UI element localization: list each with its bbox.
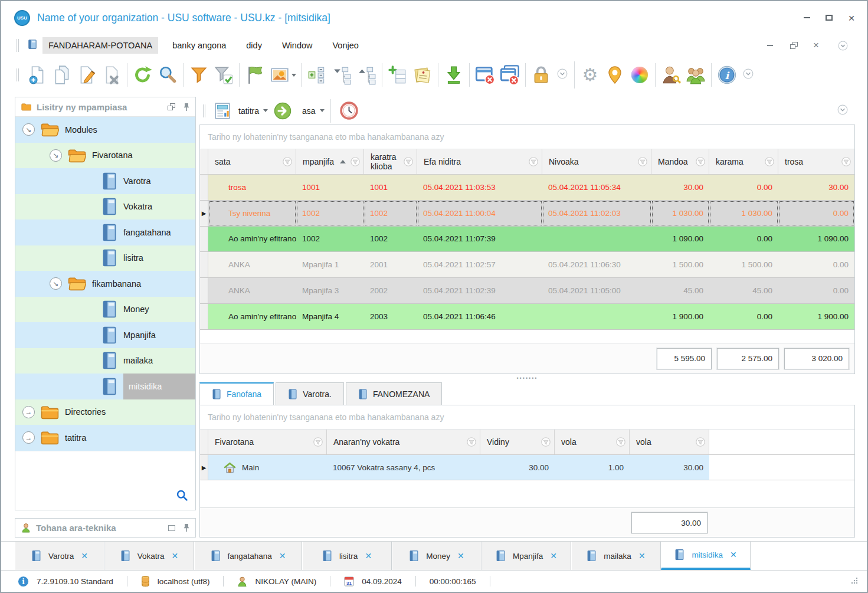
column-header-nivoaka[interactable]: Nivoaka [542, 149, 651, 174]
tab-fanomezana[interactable]: FANOMEZANA [346, 382, 442, 405]
toolbar-overflow-icon[interactable] [557, 68, 568, 81]
close-tab-icon[interactable]: ✕ [457, 551, 464, 561]
minimize-button[interactable] [802, 13, 811, 22]
column-header-vola-total[interactable]: vola [630, 430, 709, 454]
close-tab-icon[interactable]: ✕ [550, 551, 557, 561]
menu-database[interactable]: banky angona [166, 37, 232, 54]
tree-item-money[interactable]: Money [15, 297, 195, 323]
report-icon[interactable] [211, 97, 234, 125]
filter-funnel-icon[interactable] [541, 437, 551, 447]
column-header-vola[interactable]: vola [555, 430, 630, 454]
tree-item-mitsidika[interactable]: mitsidika [15, 374, 195, 399]
tree-item-directories[interactable]: → Directories [15, 399, 195, 425]
filter-funnel-icon[interactable] [765, 157, 774, 166]
mdi-close-button[interactable]: × [813, 40, 819, 51]
table-row-selected[interactable]: ▶ Tsy niverina 1002 1002 05.04.2021 11:0… [200, 201, 854, 227]
expand-node-icon[interactable]: → [22, 431, 35, 444]
tree-item-lisitra[interactable]: lisitra [15, 245, 195, 271]
column-header-trosa[interactable]: trosa [778, 149, 854, 174]
close-tab-icon[interactable]: ✕ [730, 550, 737, 559]
filter-funnel-icon[interactable] [696, 437, 705, 447]
doc-tab-fangatahana[interactable]: fangatahana✕ [194, 542, 302, 570]
close-window-icon[interactable] [473, 61, 497, 89]
collapse-node-icon[interactable]: ↘ [50, 149, 62, 162]
column-header-karatra-klioba[interactable]: karatra klioba [364, 149, 417, 174]
filter-funnel-icon[interactable] [467, 437, 476, 447]
menu-help[interactable]: Vonjeo [326, 37, 364, 54]
run-action-icon[interactable] [268, 97, 297, 125]
table-row[interactable]: trosa 1001 1001 05.04.2021 11:03:53 05.0… [200, 175, 854, 201]
timer-icon[interactable] [337, 97, 362, 125]
delete-record-icon[interactable] [99, 61, 124, 89]
filter-funnel-icon[interactable] [313, 437, 323, 447]
expand-groups-icon[interactable] [304, 61, 329, 89]
filter-funnel-icon[interactable] [616, 437, 625, 447]
collapse-tree-icon[interactable] [329, 61, 354, 89]
close-tab-icon[interactable]: ✕ [638, 551, 646, 561]
filter-apply-icon[interactable] [211, 61, 236, 89]
doc-tab-mitsidika[interactable]: mitsidika✕ [661, 542, 751, 570]
panel-pin-icon[interactable] [184, 523, 189, 532]
colors-icon[interactable] [627, 61, 652, 89]
search-icon[interactable] [155, 61, 180, 89]
mdi-minimize-button[interactable] [765, 41, 775, 50]
panel-pin-icon[interactable] [184, 103, 189, 112]
tree-item-vokatra[interactable]: Vokatra [15, 194, 195, 220]
refresh-icon[interactable] [130, 61, 155, 89]
close-button[interactable]: × [847, 13, 856, 22]
collapse-node-icon[interactable]: ↘ [22, 123, 35, 136]
mdi-restore-button[interactable] [790, 42, 798, 49]
toolbar-grip[interactable] [203, 104, 205, 117]
detail-table-row[interactable]: ▶ Main 10067 Vokatra sasany 4, pcs 30.00… [200, 455, 854, 480]
edit-record-icon[interactable] [74, 61, 99, 89]
doc-tab-money[interactable]: Money✕ [392, 542, 482, 570]
expand-node-icon[interactable]: → [22, 406, 35, 418]
collapse-node-icon[interactable]: ↘ [50, 277, 62, 290]
close-tab-icon[interactable]: ✕ [279, 551, 286, 561]
filter-funnel-icon[interactable] [841, 157, 851, 166]
horizontal-splitter[interactable]: ••••••• [199, 374, 855, 382]
notes-icon[interactable] [410, 61, 435, 89]
tree-item-mpanjifa[interactable]: Mpanjifa [15, 322, 195, 348]
menu-commands[interactable]: didy [240, 37, 268, 54]
panel-window-icon[interactable] [168, 525, 175, 531]
tree-item-fivarotana[interactable]: ↘ Fivarotana [15, 143, 195, 169]
settings-icon[interactable]: ⚙ [578, 61, 602, 89]
column-header-efa-niditra[interactable]: Efa niditra [417, 149, 542, 174]
copy-record-icon[interactable] [50, 61, 74, 89]
image-icon[interactable] [267, 61, 298, 89]
tab-fanofana[interactable]: Fanofana [199, 382, 274, 405]
toolbar-grip[interactable] [17, 39, 19, 52]
new-record-icon[interactable] [25, 61, 50, 89]
filter-funnel-icon[interactable] [283, 157, 292, 166]
column-header-mpanjifa[interactable]: mpanjifa [296, 149, 364, 174]
users-icon[interactable] [683, 61, 708, 89]
close-tab-icon[interactable]: ✕ [81, 551, 88, 561]
filter-funnel-icon[interactable] [351, 157, 360, 166]
tree-search-icon[interactable] [176, 489, 188, 504]
doc-tab-mailaka[interactable]: mailaka✕ [571, 542, 661, 570]
tree-item-tatitra[interactable]: → tatitra [15, 425, 195, 451]
action-menu-label[interactable]: asa [302, 106, 316, 116]
close-all-windows-icon[interactable] [497, 61, 522, 89]
tab-varotra[interactable]: Varotra. [276, 382, 344, 405]
table-row[interactable]: ANKA Mpanjifa 3 2002 05.04.2021 11:02:39… [200, 278, 854, 304]
menu-window[interactable]: Window [276, 37, 319, 54]
about-icon[interactable]: i [715, 61, 739, 89]
doc-tab-varotra[interactable]: Varotra✕ [15, 542, 104, 570]
column-header-mandoa[interactable]: Mandoa [651, 149, 709, 174]
menu-main-program[interactable]: FANDAHARAM-POTOANA [42, 37, 158, 54]
filter-icon[interactable] [186, 61, 211, 89]
tree-item-fikambanana[interactable]: ↘ fikambanana [15, 271, 195, 297]
column-header-sata[interactable]: sata [208, 149, 296, 174]
toolbar-grip[interactable] [17, 68, 19, 81]
maximize-button[interactable] [824, 13, 834, 22]
tree-item-varotra[interactable]: Varotra [15, 168, 195, 194]
column-header-karama[interactable]: karama [709, 149, 778, 174]
toolbar-overflow-icon[interactable] [743, 68, 754, 81]
table-row[interactable]: ANKA Mpanjifa 1 2001 05.04.2021 11:02:57… [200, 252, 854, 278]
add-row-icon[interactable] [385, 61, 410, 89]
table-row[interactable]: Ao amin'ny efitrano 1002 1002 05.04.2021… [200, 227, 854, 253]
column-header-vidiny[interactable]: Vidiny [480, 430, 555, 454]
filter-funnel-icon[interactable] [638, 157, 647, 166]
